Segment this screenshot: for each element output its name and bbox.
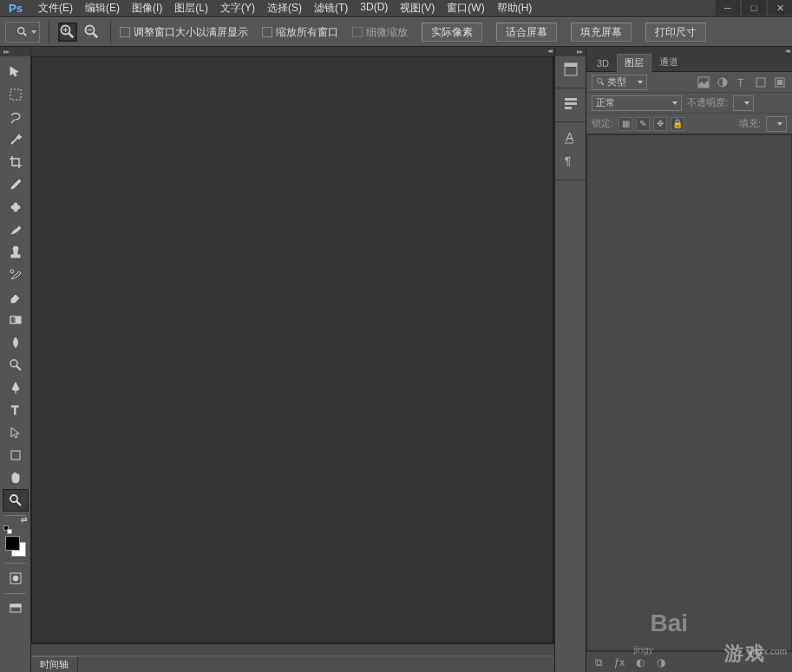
link-layers-icon[interactable]: ⧉ [592, 656, 605, 669]
lock-all-icon[interactable]: 🔒 [671, 117, 684, 131]
svg-rect-33 [565, 107, 572, 109]
filter-pixel-icon[interactable] [697, 75, 710, 89]
layer-filter-row: 类型 T [586, 72, 792, 93]
checkbox-icon [262, 27, 272, 37]
wand-tool[interactable] [3, 129, 28, 150]
resize-window-label: 调整窗口大小以满屏显示 [134, 25, 248, 40]
scrubby-zoom-option[interactable]: 细微缩放 [352, 25, 408, 40]
filter-smart-icon[interactable] [773, 75, 787, 89]
type-tool[interactable]: T [3, 400, 28, 421]
doc-tab-strip[interactable]: ◂◂ [31, 47, 554, 56]
eyedropper-tool[interactable] [3, 174, 28, 195]
resize-window-option[interactable]: 调整窗口大小以满屏显示 [120, 25, 248, 40]
gradient-tool[interactable] [3, 310, 28, 330]
hand-tool[interactable] [3, 467, 28, 488]
quickmask-tool[interactable] [3, 568, 28, 589]
tab-layers[interactable]: 图层 [617, 54, 651, 72]
layer-filter-type[interactable]: 类型 [592, 75, 647, 90]
menu-file[interactable]: 文件(E) [38, 1, 73, 16]
lock-position-icon[interactable]: ✥ [653, 117, 667, 131]
actual-pixels-button[interactable]: 实际像素 [422, 23, 482, 42]
tool-preset-picker[interactable] [5, 22, 40, 42]
swap-colors-icon[interactable]: ⇄ [21, 515, 28, 524]
menu-image[interactable]: 图像(I) [132, 1, 162, 16]
zoom-all-option[interactable]: 缩放所有窗口 [262, 25, 338, 40]
menu-filter[interactable]: 滤镜(T) [314, 1, 348, 16]
marquee-tool[interactable] [3, 84, 28, 105]
menu-layer[interactable]: 图层(L) [174, 1, 208, 16]
menu-view[interactable]: 视图(V) [400, 1, 435, 16]
print-size-button[interactable]: 打印尺寸 [645, 23, 706, 42]
layer-blend-row: 正常 不透明度: [586, 93, 792, 114]
shape-tool[interactable] [3, 445, 28, 466]
panel-tabs: 3D 图层 通道 [586, 56, 792, 72]
svg-rect-31 [565, 98, 577, 101]
horizontal-scrollbar[interactable] [31, 643, 554, 656]
blur-tool[interactable] [3, 332, 28, 353]
default-colors-icon[interactable] [3, 525, 12, 534]
move-tool[interactable] [3, 62, 28, 82]
lasso-tool[interactable] [3, 107, 28, 127]
svg-point-19 [10, 360, 17, 367]
svg-line-38 [601, 82, 604, 85]
menu-select[interactable]: 选择(S) [267, 1, 302, 16]
svg-rect-22 [11, 451, 20, 460]
layer-mask-icon[interactable]: ◐ [633, 656, 647, 669]
svg-line-3 [69, 33, 73, 37]
menu-3d[interactable]: 3D(D) [360, 1, 388, 16]
tab-channels[interactable]: 通道 [651, 53, 686, 71]
blend-mode-value: 正常 [596, 96, 615, 109]
lock-transparent-icon[interactable]: ▦ [619, 117, 632, 131]
timeline-tab[interactable]: 时间轴 [31, 656, 78, 672]
dock-collapse-tab[interactable]: ▸▸ [555, 47, 586, 56]
zoom-in-icon [59, 23, 76, 41]
history-panel-icon[interactable] [559, 58, 583, 81]
fill-screen-button[interactable]: 填充屏幕 [571, 23, 632, 42]
menu-window[interactable]: 窗口(W) [447, 1, 484, 16]
screenmode-tool[interactable] [3, 598, 28, 619]
lock-label: 锁定: [592, 117, 613, 130]
fit-screen-button[interactable]: 适合屏幕 [496, 23, 557, 42]
filter-adjust-icon[interactable] [716, 75, 730, 89]
pen-tool[interactable] [3, 377, 28, 398]
stamp-tool[interactable] [3, 242, 28, 263]
healing-tool[interactable] [3, 197, 28, 218]
paragraph-panel-icon[interactable]: ¶ [559, 150, 583, 173]
foreground-color[interactable] [5, 536, 20, 551]
menu-type[interactable]: 文字(Y) [220, 1, 255, 16]
history-brush-tool[interactable] [3, 264, 28, 285]
properties-panel-icon[interactable] [559, 92, 583, 114]
brush-tool[interactable] [3, 219, 28, 240]
crop-tool[interactable] [3, 152, 28, 173]
menu-help[interactable]: 帮助(H) [497, 1, 533, 16]
blend-mode-dropdown[interactable]: 正常 [592, 95, 682, 111]
tools-panel: ▸▸ T ⇄ [0, 47, 31, 672]
lock-paint-icon[interactable]: ✎ [636, 117, 650, 131]
zoom-in-button[interactable] [58, 23, 77, 42]
tools-collapse-tab[interactable]: ▸▸ [0, 47, 30, 56]
tool-separator [5, 593, 26, 594]
layers-list[interactable] [586, 134, 792, 651]
close-button[interactable]: ✕ [768, 0, 792, 16]
path-select-tool[interactable] [3, 422, 28, 443]
dodge-tool[interactable] [3, 355, 28, 375]
canvas-area[interactable] [31, 56, 554, 643]
zoom-tool[interactable] [3, 490, 28, 511]
fill-field[interactable] [766, 116, 787, 132]
character-panel-icon[interactable]: A [559, 126, 583, 148]
filter-shape-icon[interactable] [754, 75, 768, 89]
zoom-out-button[interactable] [82, 23, 101, 42]
adjustment-layer-icon[interactable]: ◑ [654, 656, 668, 669]
maximize-button[interactable]: □ [742, 0, 766, 16]
timeline-panel: 时间轴 [31, 656, 554, 672]
filter-type-icon[interactable]: T [735, 75, 749, 89]
layer-style-icon[interactable]: ƒx [612, 656, 626, 669]
color-swatches[interactable] [3, 534, 28, 558]
divider [49, 21, 49, 43]
menu-edit[interactable]: 编辑(E) [85, 1, 120, 16]
tab-3d[interactable]: 3D [589, 55, 617, 71]
svg-rect-30 [565, 63, 577, 67]
eraser-tool[interactable] [3, 287, 28, 308]
minimize-button[interactable]: ─ [716, 0, 740, 16]
opacity-field[interactable] [733, 95, 754, 111]
